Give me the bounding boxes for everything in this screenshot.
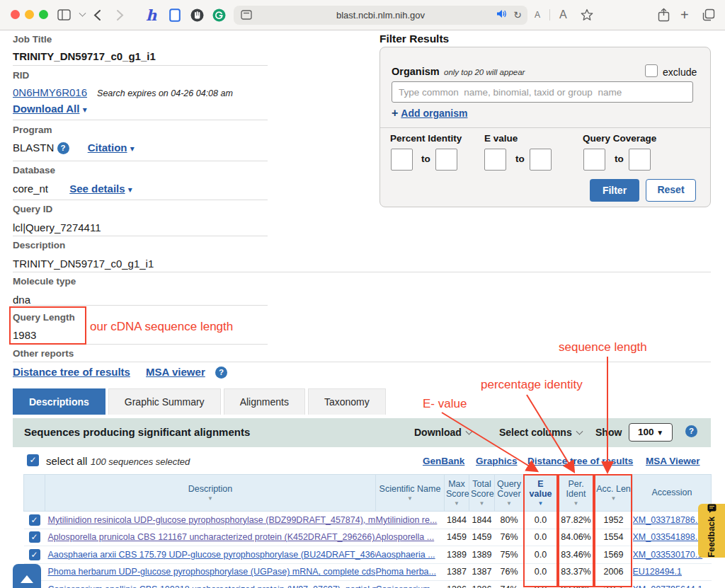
tab-alignments[interactable]: Alignments — [224, 388, 305, 415]
total-score-value: 1387 — [469, 563, 495, 581]
graphics-link[interactable]: Graphics — [476, 456, 518, 466]
col-max-score[interactable]: Max Score▼ — [445, 475, 469, 512]
add-organism-link[interactable]: Add organism — [401, 108, 467, 119]
select-columns-menu[interactable]: Select columns — [499, 427, 582, 438]
filter-button[interactable]: Filter — [590, 179, 639, 202]
sidebar-icon[interactable] — [57, 7, 71, 23]
address-bar[interactable]: blast.ncbi.nlm.nih.gov ↻ — [234, 6, 527, 25]
header-checkbox-cell — [24, 475, 45, 512]
sequence-description-link[interactable]: Aaosphaeria arxii CBS 175.79 UDP-glucose… — [48, 550, 376, 560]
audio-speaker-icon[interactable] — [496, 9, 508, 21]
accession-link[interactable]: XM_033541898.1 — [633, 532, 703, 542]
col-total-score[interactable]: Total Score▼ — [469, 475, 495, 512]
extension-grammarly-icon[interactable] — [212, 7, 226, 23]
download-menu[interactable]: Download — [414, 427, 472, 438]
feedback-tab[interactable]: Feedback — [698, 504, 725, 558]
table-row: ✓ Phoma herbarum UDP-glucose pyrophospho… — [24, 563, 712, 581]
extension-hand-icon[interactable] — [190, 7, 204, 23]
percent-identity-max-input[interactable] — [435, 149, 457, 171]
show-page-size-select[interactable]: 100 ▼ — [629, 423, 673, 442]
cdna-length-annotation: our cDNA sequence length — [90, 320, 233, 333]
col-e-value[interactable]: E value▼ — [524, 475, 558, 512]
new-tab-icon[interactable]: + — [680, 7, 689, 23]
accession-link[interactable]: XM_033718786.1 — [633, 515, 703, 525]
exclude-checkbox[interactable] — [645, 64, 658, 77]
percent-identity-label: Percent Identity — [390, 133, 462, 144]
scientific-name-link[interactable]: Aaosphaeria ... — [376, 550, 435, 560]
reload-icon[interactable]: ↻ — [513, 9, 522, 21]
see-details-link[interactable]: See details — [69, 183, 125, 195]
organism-input[interactable] — [392, 81, 693, 103]
per-ident-value: 87.82% — [558, 512, 595, 529]
show-label: Show — [595, 427, 622, 438]
close-window-button[interactable] — [11, 10, 20, 19]
query-coverage-max-input[interactable] — [629, 149, 651, 171]
filter-results-title: Filter Results — [379, 33, 449, 45]
back-icon[interactable] — [93, 7, 101, 23]
col-query-cover[interactable]: Query Cover▼ — [495, 475, 524, 512]
extension-document-icon[interactable] — [169, 7, 181, 23]
col-description[interactable]: Description▼ — [45, 475, 376, 512]
share-icon[interactable] — [658, 7, 670, 23]
chevron-down-icon: ▾ — [83, 105, 87, 115]
scientific-name-link[interactable]: Phoma herba... — [376, 567, 436, 577]
scroll-to-top-button[interactable] — [13, 564, 41, 588]
reset-button[interactable]: Reset — [646, 179, 696, 202]
sidebar-chevron-icon[interactable] — [75, 7, 85, 23]
decrease-text-size-button[interactable]: A — [535, 7, 540, 23]
sequence-description-link[interactable]: Phoma herbarum UDP-glucose pyrophosphory… — [48, 567, 376, 577]
row-checkbox[interactable]: ✓ — [29, 531, 40, 543]
e-value-min-input[interactable] — [484, 149, 506, 171]
sequence-description-link[interactable]: Coniosporium apollinis CBS 100218 unchar… — [48, 584, 376, 588]
up-arrow-icon — [21, 575, 33, 583]
total-score-value: 1386 — [469, 581, 495, 588]
e-value: 0.0 — [524, 512, 558, 529]
forward-icon[interactable] — [116, 7, 124, 23]
genbank-link[interactable]: GenBank — [423, 456, 464, 466]
accession-link[interactable]: XM_007795644.1 — [633, 584, 703, 588]
msa-viewer-link[interactable]: MSA Viewer — [646, 456, 700, 466]
feedback-label: Feedback — [707, 517, 717, 558]
distance-tree-results-link[interactable]: Distance tree of results — [527, 456, 633, 466]
minimize-window-button[interactable] — [25, 10, 34, 19]
col-scientific-name[interactable]: Scientific Name▼ — [376, 475, 445, 512]
col-acc-len[interactable]: Acc. Len▼ — [595, 475, 633, 512]
tab-taxonomy[interactable]: Taxonomy — [308, 388, 386, 415]
scientific-name-link[interactable]: Mytilinidion re... — [376, 515, 438, 525]
help-icon[interactable]: ? — [215, 367, 227, 379]
percent-identity-min-input[interactable] — [391, 149, 413, 171]
download-all-link[interactable]: Download All — [13, 103, 79, 115]
tab-descriptions[interactable]: Descriptions — [13, 388, 105, 415]
sequence-description-link[interactable]: Aplosporella prunicola CBS 121167 unchar… — [48, 532, 376, 542]
citation-link[interactable]: Citation — [88, 142, 127, 154]
tab-overview-icon[interactable] — [241, 10, 252, 22]
msa-viewer-link[interactable]: MSA viewer — [146, 366, 205, 378]
scientific-name-link[interactable]: Aplosporella ... — [376, 532, 435, 542]
help-icon[interactable]: ? — [57, 142, 69, 154]
zoom-window-button[interactable] — [39, 10, 48, 19]
query-id-value: lcl|Query_7274411 — [13, 221, 101, 234]
bookmark-star-icon[interactable] — [581, 7, 593, 23]
sequence-description-link[interactable]: Mytilinidion resinicola UDP-glucose pyro… — [48, 515, 376, 525]
tab-graphic-summary[interactable]: Graphic Summary — [108, 388, 221, 415]
select-all-checkbox[interactable]: ✓ — [27, 454, 39, 466]
accession-link[interactable]: EU128494.1 — [633, 567, 683, 577]
help-icon[interactable]: ? — [685, 425, 697, 437]
accession-link[interactable]: XM_033530170.1 — [633, 550, 703, 560]
program-label: Program — [13, 125, 52, 135]
col-per-ident[interactable]: Per. Ident▼ — [558, 475, 595, 512]
e-value-max-input[interactable] — [530, 149, 552, 171]
tabs-overview-icon[interactable] — [702, 7, 715, 23]
query-cover-value: 76% — [495, 563, 524, 581]
increase-text-size-button[interactable]: A — [559, 7, 567, 23]
query-coverage-min-input[interactable] — [583, 149, 605, 171]
row-checkbox[interactable]: ✓ — [29, 514, 40, 526]
scientific-name-link[interactable]: Coniosporium... — [376, 584, 438, 588]
chevron-down-icon: ▾ — [130, 144, 135, 154]
extension-h-icon[interactable]: h — [146, 7, 156, 23]
max-score-value: 1459 — [445, 529, 469, 546]
row-checkbox[interactable]: ✓ — [29, 549, 40, 560]
distance-tree-link[interactable]: Distance tree of results — [13, 366, 130, 378]
sort-icon: ▼ — [47, 495, 374, 502]
rid-link[interactable]: 0N6HMY6R016 — [13, 86, 87, 98]
